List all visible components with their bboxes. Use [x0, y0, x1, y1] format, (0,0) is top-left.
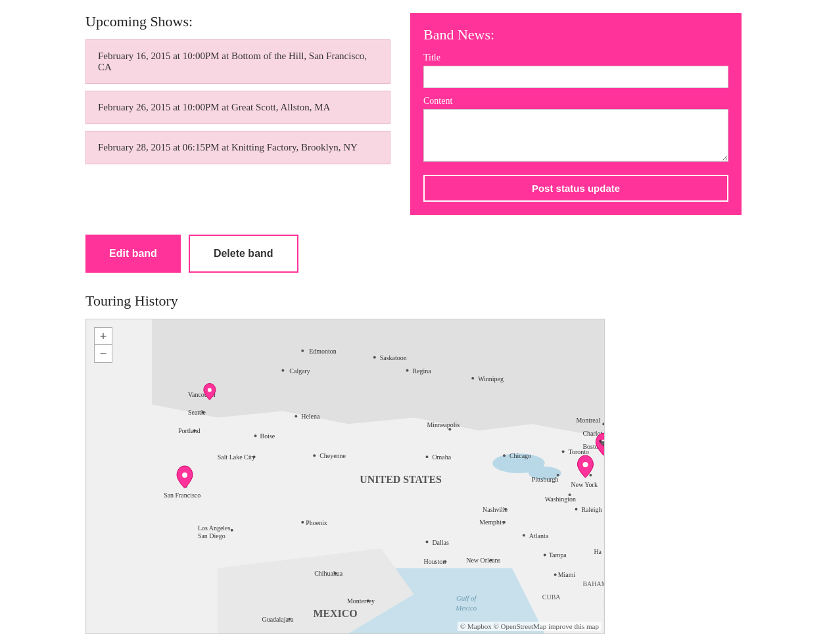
svg-point-62: [554, 573, 557, 576]
svg-text:Pittsburgh: Pittsburgh: [532, 476, 559, 483]
svg-text:Los Angeles: Los Angeles: [198, 524, 231, 532]
band-news-title: Band News:: [423, 26, 728, 43]
delete-band-button[interactable]: Delete band: [189, 235, 298, 273]
svg-point-68: [231, 529, 233, 532]
svg-point-10: [406, 369, 409, 372]
svg-text:MEXICO: MEXICO: [313, 608, 357, 619]
svg-point-6: [281, 369, 284, 372]
show-text-3: February 28, 2015 at 06:15PM at Knitting…: [98, 142, 358, 152]
show-text-2: February 26, 2015 at 10:00PM at Great Sc…: [98, 102, 330, 112]
svg-text:Nashville: Nashville: [483, 506, 508, 513]
svg-point-89: [582, 462, 588, 467]
map-attribution: © Mapbox © OpenStreetMap improve this ma…: [458, 622, 602, 631]
svg-point-40: [589, 474, 592, 476]
zoom-out-button[interactable]: −: [95, 345, 112, 362]
svg-text:REPUBLIC: REPUBLIC: [603, 602, 604, 609]
svg-text:Winnipeg: Winnipeg: [478, 375, 504, 382]
upcoming-shows-title: Upcoming Shows:: [85, 13, 390, 30]
touring-history-section: Touring History: [85, 292, 742, 634]
svg-text:Tampa: Tampa: [549, 551, 567, 559]
svg-text:Memphis: Memphis: [479, 518, 504, 526]
upcoming-shows-section: Upcoming Shows: February 16, 2015 at 10:…: [85, 13, 390, 215]
svg-point-46: [575, 508, 578, 511]
svg-text:Phoenix: Phoenix: [306, 519, 327, 526]
svg-text:Houston: Houston: [424, 558, 446, 565]
action-buttons: Edit band Delete band: [85, 235, 742, 273]
svg-point-52: [523, 534, 525, 537]
show-text-1: February 16, 2015 at 10:00PM at Bottom o…: [98, 51, 367, 72]
svg-text:Saskatoon: Saskatoon: [380, 354, 407, 361]
svg-text:San Francisco: San Francisco: [164, 492, 201, 499]
svg-text:Chihuahua: Chihuahua: [314, 570, 343, 577]
svg-text:Calgary: Calgary: [289, 367, 310, 375]
svg-point-34: [562, 450, 565, 453]
svg-text:Montreal: Montreal: [577, 417, 601, 424]
svg-text:Ha: Ha: [594, 548, 602, 555]
touring-history-title: Touring History: [85, 292, 742, 310]
svg-point-4: [301, 350, 304, 352]
svg-text:Cheyenne: Cheyenne: [319, 452, 346, 459]
svg-text:Salt Lake City: Salt Lake City: [218, 453, 255, 461]
svg-text:New Orleans: New Orleans: [466, 557, 500, 564]
show-item-1: February 16, 2015 at 10:00PM at Bottom o…: [85, 39, 390, 84]
zoom-in-button[interactable]: +: [95, 328, 112, 345]
svg-text:UNITED STATES: UNITED STATES: [360, 474, 442, 485]
svg-point-26: [313, 454, 316, 457]
title-label: Title: [423, 53, 728, 63]
svg-point-87: [182, 472, 187, 478]
svg-point-12: [471, 377, 474, 380]
svg-point-54: [425, 541, 428, 543]
svg-text:Guadalajara: Guadalajara: [262, 616, 295, 623]
svg-text:DOMINICAN: DOMINICAN: [603, 595, 604, 602]
svg-point-30: [425, 455, 428, 458]
svg-text:Dallas: Dallas: [432, 539, 449, 546]
svg-text:New York: New York: [571, 481, 598, 488]
svg-point-32: [503, 454, 506, 457]
svg-point-90: [208, 388, 212, 392]
svg-text:Portland: Portland: [178, 427, 201, 434]
svg-point-60: [544, 554, 546, 557]
svg-text:CUBA: CUBA: [542, 593, 561, 601]
show-item-2: February 26, 2015 at 10:00PM at Great Sc…: [85, 91, 390, 124]
content-label: Content: [423, 96, 728, 106]
svg-text:Raleigh: Raleigh: [581, 506, 602, 513]
band-news-section: Band News: Title Content Post status upd…: [410, 13, 742, 215]
svg-text:Miami: Miami: [558, 571, 576, 578]
svg-text:Mexico: Mexico: [455, 604, 477, 612]
svg-text:BAHAMAS: BAHAMAS: [582, 580, 604, 587]
svg-text:Omaha: Omaha: [432, 453, 451, 461]
svg-text:Monterrey: Monterrey: [347, 597, 375, 605]
svg-point-20: [295, 415, 297, 417]
svg-text:Seattle: Seattle: [188, 409, 206, 416]
svg-text:Minneapolis: Minneapolis: [427, 421, 460, 428]
svg-text:Chicago: Chicago: [509, 452, 531, 459]
map-svg: Edmonton Calgary Saskatoon Regina Winnip…: [86, 319, 604, 633]
show-item-3: February 28, 2015 at 06:15PM at Knitting…: [85, 131, 390, 164]
svg-text:San Diego: San Diego: [198, 532, 225, 540]
map-controls: + −: [94, 327, 112, 363]
svg-point-22: [254, 434, 257, 437]
svg-text:Atlanta: Atlanta: [529, 532, 549, 540]
svg-point-8: [373, 356, 376, 359]
title-input[interactable]: [423, 66, 728, 88]
svg-text:Gulf of: Gulf of: [456, 594, 478, 602]
svg-text:Edmonton: Edmonton: [309, 348, 336, 355]
svg-text:Boise: Boise: [260, 432, 275, 440]
post-status-button[interactable]: Post status update: [423, 175, 728, 202]
svg-text:Regina: Regina: [413, 367, 432, 375]
svg-text:Helena: Helena: [301, 413, 320, 420]
map-container: Edmonton Calgary Saskatoon Regina Winnip…: [85, 319, 605, 634]
content-textarea[interactable]: [423, 109, 728, 162]
svg-text:Washington: Washington: [545, 495, 576, 503]
svg-point-64: [301, 521, 304, 524]
edit-band-button[interactable]: Edit band: [85, 235, 181, 273]
